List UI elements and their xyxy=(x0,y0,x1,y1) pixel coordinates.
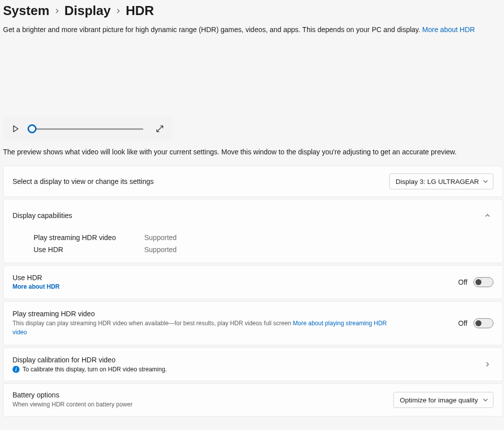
breadcrumb-system[interactable]: System xyxy=(3,3,50,19)
intro-description: Get a brighter and more vibrant picture … xyxy=(3,26,422,34)
display-capabilities-body: Play streaming HDR video Supported Use H… xyxy=(4,232,502,263)
video-preview-controls xyxy=(3,117,172,141)
preview-caption: The preview shows what video will look l… xyxy=(3,141,504,166)
play-streaming-title: Play streaming HDR video xyxy=(13,310,393,318)
expand-icon xyxy=(156,125,164,133)
play-streaming-toggle[interactable] xyxy=(473,318,493,328)
breadcrumb-current: HDR xyxy=(126,3,154,19)
use-hdr-title: Use HDR xyxy=(13,274,60,282)
play-streaming-desc: This display can play streaming HDR vide… xyxy=(13,320,293,327)
play-streaming-card: Play streaming HDR video This display ca… xyxy=(3,301,503,345)
info-icon: i xyxy=(13,366,20,373)
slider-thumb[interactable] xyxy=(28,124,37,133)
use-hdr-more-link[interactable]: More about HDR xyxy=(13,283,60,290)
fullscreen-button[interactable] xyxy=(154,123,165,134)
battery-title: Battery options xyxy=(13,391,132,399)
display-capabilities-header[interactable]: Display capabilities xyxy=(4,199,502,232)
chevron-right-icon xyxy=(55,9,60,14)
chevron-right-icon xyxy=(116,9,121,14)
display-select-card: Select a display to view or change its s… xyxy=(3,166,503,197)
calibration-title: Display calibration for HDR video xyxy=(13,356,167,364)
breadcrumb: System Display HDR xyxy=(3,3,504,26)
display-select-label: Select a display to view or change its s… xyxy=(13,177,154,185)
capability-value: Supported xyxy=(144,246,177,254)
toggle-knob xyxy=(475,279,481,285)
chevron-down-icon xyxy=(483,397,488,402)
video-seek-slider[interactable] xyxy=(32,128,143,130)
chevron-right-icon xyxy=(481,358,493,370)
play-button[interactable] xyxy=(10,123,21,134)
display-capabilities-card: Display capabilities Play streaming HDR … xyxy=(3,199,503,263)
use-hdr-state: Off xyxy=(458,278,467,286)
play-streaming-state: Off xyxy=(458,319,467,327)
use-hdr-toggle[interactable] xyxy=(473,277,493,287)
capability-row: Use HDR Supported xyxy=(34,244,493,256)
display-select-value: Display 3: LG ULTRAGEAR xyxy=(396,178,479,185)
display-capabilities-title: Display capabilities xyxy=(13,211,72,220)
battery-options-dropdown[interactable]: Optimize for image quality xyxy=(393,392,493,408)
battery-options-value: Optimize for image quality xyxy=(400,396,478,404)
more-about-hdr-link[interactable]: More about HDR xyxy=(422,26,475,34)
breadcrumb-display[interactable]: Display xyxy=(65,3,111,19)
calibration-card[interactable]: Display calibration for HDR video i To c… xyxy=(3,347,503,381)
play-icon xyxy=(12,125,19,132)
capability-label: Use HDR xyxy=(34,246,126,254)
capability-row: Play streaming HDR video Supported xyxy=(34,232,493,244)
capability-value: Supported xyxy=(144,234,177,242)
toggle-knob xyxy=(475,320,481,326)
battery-options-card: Battery options When viewing HDR content… xyxy=(3,383,503,416)
battery-desc: When viewing HDR content on battery powe… xyxy=(13,400,132,409)
capability-label: Play streaming HDR video xyxy=(34,234,126,242)
calibration-note: To calibrate this display, turn on HDR v… xyxy=(23,366,167,373)
chevron-down-icon xyxy=(483,179,488,184)
chevron-up-icon xyxy=(481,209,493,222)
intro-text: Get a brighter and more vibrant picture … xyxy=(3,26,504,42)
use-hdr-card: Use HDR More about HDR Off xyxy=(3,265,503,299)
display-select-dropdown[interactable]: Display 3: LG ULTRAGEAR xyxy=(389,173,493,189)
